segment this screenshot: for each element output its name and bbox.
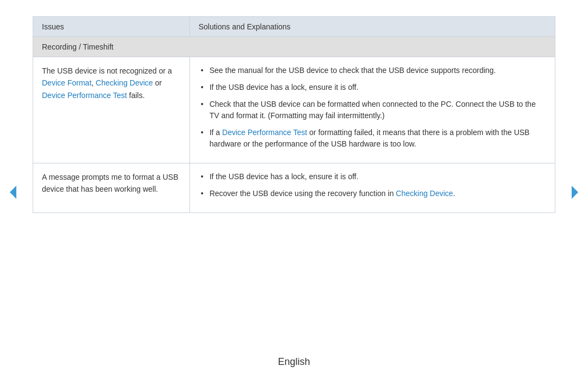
solutions-cell-1: See the manual for the USB device to che… bbox=[189, 57, 555, 163]
issue-text-before: The USB device is not recognized or a bbox=[42, 66, 172, 75]
section-row: Recording / Timeshift bbox=[33, 37, 555, 57]
table-row: The USB device is not recognized or a De… bbox=[33, 57, 555, 163]
issue-text-2: A message prompts me to format a USB dev… bbox=[42, 171, 181, 196]
section-label: Recording / Timeshift bbox=[42, 42, 114, 51]
list-item: Recover the USB device using the recover… bbox=[199, 188, 546, 199]
list-item: If the USB device has a lock, ensure it … bbox=[199, 82, 546, 93]
solution-text-before: Recover the USB device using the recover… bbox=[210, 189, 396, 198]
header-issues-cell: Issues bbox=[33, 17, 190, 37]
section-label-cell: Recording / Timeshift bbox=[33, 37, 555, 57]
issue-text-1: The USB device is not recognized or a De… bbox=[42, 65, 181, 101]
device-performance-test-link-solution[interactable]: Device Performance Test bbox=[222, 128, 307, 137]
list-item: If a Device Performance Test or formatti… bbox=[199, 127, 546, 150]
solutions-list-2: If the USB device has a lock, ensure it … bbox=[199, 171, 546, 199]
device-format-link[interactable]: Device Format bbox=[42, 78, 91, 87]
issue-text-after: fails. bbox=[127, 91, 145, 100]
list-item: If the USB device has a lock, ensure it … bbox=[199, 171, 546, 182]
list-item: See the manual for the USB device to che… bbox=[199, 65, 546, 76]
solution-text: If the USB device has a lock, ensure it … bbox=[210, 83, 359, 92]
solutions-cell-2: If the USB device has a lock, ensure it … bbox=[189, 163, 555, 213]
solution-text-period: . bbox=[453, 189, 455, 198]
issue-text-or: or bbox=[153, 78, 162, 87]
issue-cell-1: The USB device is not recognized or a De… bbox=[33, 57, 190, 163]
issue-text-comma: , bbox=[91, 78, 96, 87]
checking-device-link[interactable]: Checking Device bbox=[96, 78, 153, 87]
list-item: Check that the USB device can be formatt… bbox=[199, 99, 546, 121]
footer-language-label: English bbox=[278, 356, 310, 368]
table-row: A message prompts me to format a USB dev… bbox=[33, 163, 555, 213]
solutions-list-1: See the manual for the USB device to che… bbox=[199, 65, 546, 150]
nav-right-arrow[interactable] bbox=[567, 185, 583, 200]
issue-text-content: A message prompts me to format a USB dev… bbox=[42, 173, 179, 193]
device-performance-test-link-issue[interactable]: Device Performance Test bbox=[42, 91, 127, 100]
nav-left-arrow[interactable] bbox=[5, 185, 21, 200]
solution-text: Check that the USB device can be formatt… bbox=[210, 100, 536, 120]
svg-marker-1 bbox=[572, 186, 578, 199]
checking-device-link-2[interactable]: Checking Device bbox=[396, 189, 453, 198]
header-issues-label: Issues bbox=[42, 22, 64, 31]
header-solutions-cell: Solutions and Explanations bbox=[189, 17, 555, 37]
solution-text-before: If a bbox=[210, 128, 222, 137]
main-table: Issues Solutions and Explanations Record… bbox=[33, 16, 555, 213]
svg-marker-0 bbox=[10, 186, 16, 199]
header-solutions-label: Solutions and Explanations bbox=[199, 22, 291, 31]
solution-text: See the manual for the USB device to che… bbox=[210, 66, 496, 75]
page-wrapper: Issues Solutions and Explanations Record… bbox=[0, 0, 588, 384]
table-header-row: Issues Solutions and Explanations bbox=[33, 17, 555, 37]
solution-text: If the USB device has a lock, ensure it … bbox=[210, 172, 359, 181]
issue-cell-2: A message prompts me to format a USB dev… bbox=[33, 163, 190, 213]
